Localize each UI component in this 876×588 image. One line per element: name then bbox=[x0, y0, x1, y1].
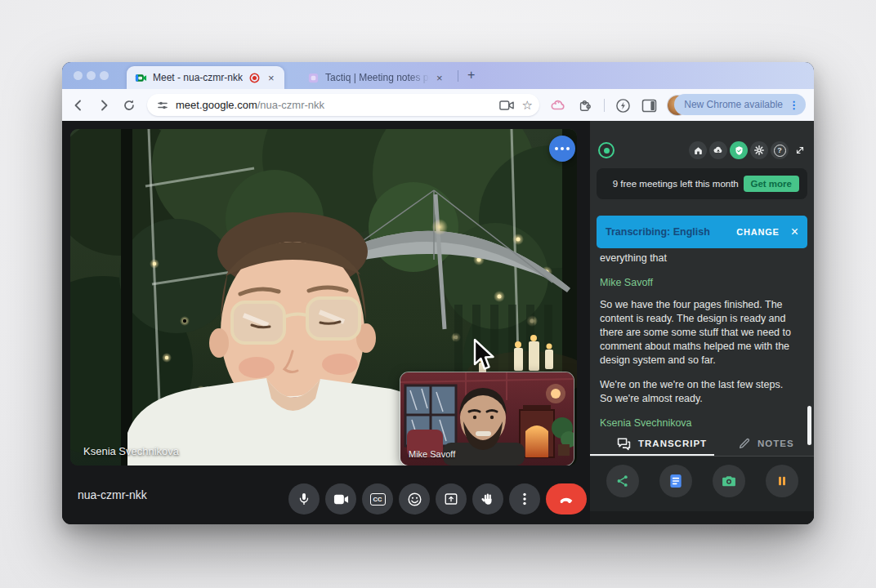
tactiq-sidebar: ? 9 free meetings left this month Get mo… bbox=[590, 121, 814, 524]
sidebar-header-icons: ? bbox=[689, 141, 809, 159]
tab-title: Tactiq | Meeting notes powe bbox=[325, 72, 430, 83]
microphone-button[interactable] bbox=[288, 483, 320, 514]
extensions-puzzle-icon[interactable] bbox=[577, 97, 593, 114]
site-info-icon[interactable] bbox=[156, 99, 169, 112]
privacy-shield-button[interactable] bbox=[730, 141, 748, 159]
new-tab-button[interactable]: + bbox=[467, 69, 475, 82]
shield-check-icon bbox=[734, 145, 744, 156]
tab-transcript-label: TRANSCRIPT bbox=[638, 439, 707, 448]
camera-button[interactable] bbox=[325, 483, 356, 514]
end-call-icon bbox=[557, 490, 575, 508]
tab-meet[interactable]: Meet - nua-czmr-nkk × bbox=[127, 66, 284, 89]
pencil-icon bbox=[738, 437, 751, 450]
banner-close-icon[interactable]: × bbox=[791, 225, 798, 238]
reload-icon[interactable] bbox=[119, 96, 139, 115]
tactiq-favicon bbox=[307, 72, 320, 84]
smiley-icon bbox=[407, 492, 422, 507]
url-path: /nua-czmr-nkk bbox=[257, 99, 324, 111]
browser-toolbar: meet.google.com/nua-czmr-nkk ☆ bbox=[62, 89, 814, 122]
tab-close-icon[interactable]: × bbox=[433, 71, 446, 85]
active-tab-underline bbox=[590, 454, 714, 456]
expand-diagonal-icon bbox=[794, 145, 806, 156]
window-close-button[interactable] bbox=[74, 71, 83, 80]
sidebar-tabs: TRANSCRIPT NOTES bbox=[590, 431, 814, 457]
browser-window: Meet - nua-czmr-nkk × Tactiq | Meeting n… bbox=[62, 62, 814, 524]
tab-transcript[interactable]: TRANSCRIPT bbox=[616, 431, 707, 456]
present-screen-icon bbox=[444, 492, 458, 506]
main-video-tile[interactable]: Ksenia Svechnikova bbox=[70, 129, 577, 466]
reactions-button[interactable] bbox=[399, 483, 430, 514]
bookmark-star-icon[interactable]: ☆ bbox=[522, 99, 533, 111]
sidebar-bottom-strip bbox=[590, 511, 814, 524]
transcript-paragraph: So we have the four pages finished. The … bbox=[600, 298, 796, 368]
tab-tactiq[interactable]: Tactiq | Meeting notes powe × bbox=[299, 66, 459, 89]
extensions-row bbox=[550, 96, 687, 115]
share-icon bbox=[615, 474, 630, 488]
help-button[interactable]: ? bbox=[771, 141, 789, 159]
transcript-paragraph: We're on the we're on the last few steps… bbox=[600, 378, 796, 406]
camera-in-use-icon[interactable] bbox=[499, 100, 514, 111]
raise-hand-icon bbox=[480, 492, 495, 506]
meeting-code-label: nua-czmr-nkk bbox=[78, 488, 147, 501]
settings-button[interactable] bbox=[750, 141, 768, 159]
google-doc-icon bbox=[668, 473, 684, 489]
present-button[interactable] bbox=[436, 483, 467, 514]
back-icon[interactable] bbox=[69, 96, 88, 115]
share-button[interactable] bbox=[606, 465, 639, 497]
export-to-doc-button[interactable] bbox=[659, 465, 692, 497]
tab-title: Meet - nua-czmr-nkk bbox=[153, 72, 243, 83]
home-icon bbox=[693, 145, 704, 156]
free-meetings-text: 9 free meetings left this month bbox=[597, 178, 744, 190]
meet-favicon bbox=[135, 72, 147, 84]
desktop: Meet - nua-czmr-nkk × Tactiq | Meeting n… bbox=[0, 0, 876, 588]
collapse-panel-button[interactable] bbox=[791, 141, 809, 159]
speaker-label: Mike Savoff bbox=[600, 276, 796, 290]
captions-button[interactable]: CC bbox=[362, 483, 393, 514]
more-options-button[interactable] bbox=[509, 483, 540, 514]
screenshot-button[interactable] bbox=[713, 465, 745, 497]
forward-icon[interactable] bbox=[94, 96, 114, 115]
raise-hand-button[interactable] bbox=[472, 483, 503, 514]
cloud-extension-icon[interactable] bbox=[550, 97, 566, 114]
chat-bubbles-icon bbox=[616, 437, 632, 451]
pip-video-tile[interactable]: Mike Savoff bbox=[400, 372, 574, 466]
get-more-button[interactable]: Get more bbox=[744, 176, 800, 192]
pip-name-label: Mike Savoff bbox=[409, 449, 455, 459]
gear-icon bbox=[753, 145, 765, 156]
tab-divider bbox=[458, 70, 458, 82]
browser-menu-icon[interactable]: ⋮ bbox=[789, 99, 799, 111]
speaker-label: Ksenia Svechnikova bbox=[600, 416, 796, 430]
pause-transcription-button[interactable] bbox=[766, 465, 798, 497]
bolt-extension-icon[interactable] bbox=[615, 98, 631, 114]
tab-notes-label: NOTES bbox=[758, 439, 794, 448]
end-call-button[interactable] bbox=[546, 483, 587, 514]
address-bar[interactable]: meet.google.com/nua-czmr-nkk ☆ bbox=[147, 94, 539, 116]
window-content: Ksenia Svechnikova bbox=[62, 121, 814, 524]
home-button[interactable] bbox=[689, 141, 707, 159]
camera-photo-icon bbox=[721, 473, 737, 489]
cloud-upload-icon bbox=[713, 145, 724, 156]
free-meetings-card: 9 free meetings left this month Get more bbox=[597, 168, 807, 199]
cloud-sync-button[interactable] bbox=[709, 141, 727, 159]
tactiq-logo-icon bbox=[598, 142, 615, 158]
microphone-icon bbox=[297, 492, 311, 506]
transcribing-status-label: Transcribing: English bbox=[606, 226, 736, 238]
camera-icon bbox=[333, 493, 349, 506]
tab-notes[interactable]: NOTES bbox=[738, 431, 794, 456]
chat-bubble-button[interactable] bbox=[549, 136, 575, 162]
captions-icon: CC bbox=[370, 493, 386, 506]
chrome-update-button[interactable]: New Chrome available ⋮ bbox=[674, 94, 806, 115]
chrome-update-label: New Chrome available bbox=[684, 99, 783, 110]
transcript-panel[interactable]: everything that Mike Savoff So we have t… bbox=[600, 252, 796, 430]
meet-stage: Ksenia Svechnikova bbox=[62, 121, 590, 524]
recording-indicator-icon bbox=[249, 73, 260, 83]
participant-name-label: Ksenia Svechnikova bbox=[83, 445, 179, 457]
change-language-button[interactable]: CHANGE bbox=[736, 227, 779, 237]
window-zoom-button[interactable] bbox=[100, 71, 109, 80]
toolbar-divider bbox=[604, 99, 605, 112]
sidebar-action-bar bbox=[590, 457, 814, 524]
tab-close-icon[interactable]: × bbox=[265, 71, 278, 85]
window-minimize-button[interactable] bbox=[87, 71, 96, 80]
help-icon: ? bbox=[774, 145, 786, 157]
side-panel-icon[interactable] bbox=[641, 99, 657, 113]
